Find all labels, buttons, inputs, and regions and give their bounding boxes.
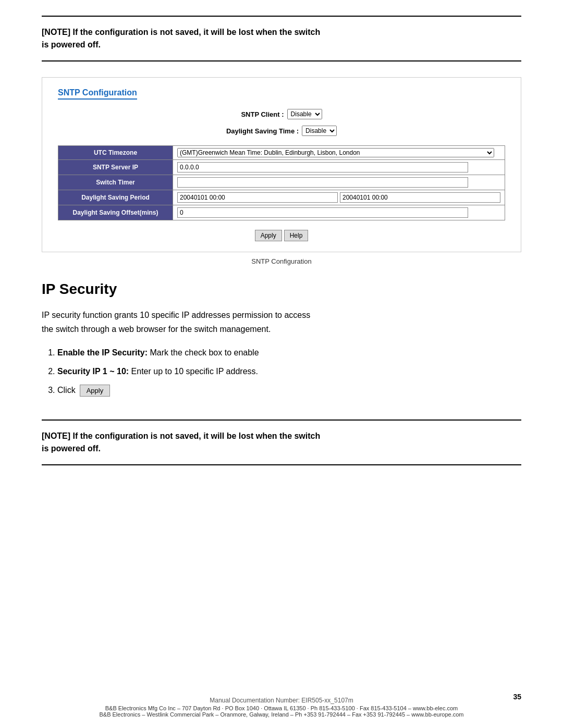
- list-item: Enable the IP Security: Mark the check b…: [57, 344, 521, 361]
- dst-row: Daylight Saving Time : Disable Enable: [226, 126, 337, 136]
- ip-security-body-line2: the switch through a web browser for the…: [42, 325, 271, 334]
- security-ip-label: Security IP 1 ~ 10:: [57, 367, 129, 376]
- switch-timer-input[interactable]: [177, 177, 468, 188]
- footer-line1: B&B Electronics Mfg Co Inc – 707 Dayton …: [0, 705, 563, 711]
- sntp-server-ip-label: SNTP Server IP: [58, 160, 173, 175]
- click-text: Click: [57, 382, 76, 399]
- daylight-saving-period-value: [173, 190, 505, 205]
- switch-timer-label: Switch Timer: [58, 175, 173, 190]
- utc-timezone-value: (GMT)Greenwich Mean Time: Dublin, Edinbu…: [173, 146, 505, 160]
- table-row: Switch Timer: [58, 175, 505, 190]
- ip-security-list: Enable the IP Security: Mark the check b…: [57, 344, 521, 399]
- sntp-server-ip-input[interactable]: [177, 162, 468, 172]
- enable-ip-security-label: Enable the IP Security:: [57, 348, 148, 357]
- sntp-caption: SNTP Configuration: [42, 257, 521, 265]
- top-note-line2: is powered off.: [42, 40, 101, 49]
- daylight-saving-period-label: Daylight Saving Period: [58, 190, 173, 205]
- sntp-title: SNTP Configuration: [58, 88, 137, 100]
- table-row: SNTP Server IP: [58, 160, 505, 175]
- security-ip-text: Enter up to 10 specific IP address.: [129, 367, 258, 376]
- daylight-saving-offset-label: Daylight Saving Offset(mins): [58, 205, 173, 220]
- sntp-client-row: SNTP Client : Disable Enable: [241, 109, 322, 119]
- bottom-note-line1: [NOTE] If the configuration is not saved…: [42, 431, 320, 440]
- ip-security-title: IP Security: [42, 281, 521, 298]
- dst-period-start-input[interactable]: [177, 192, 338, 203]
- sntp-client-select[interactable]: Disable Enable: [287, 109, 322, 119]
- footer-doc-number: Manual Documentation Number: EIR505-xx_5…: [0, 697, 563, 704]
- sntp-server-ip-value: [173, 160, 505, 175]
- dst-offset-input[interactable]: [177, 207, 468, 218]
- ip-security-body-line1: IP security function grants 10 specific …: [42, 311, 310, 319]
- top-note-line1: [NOTE] If the configuration is not saved…: [42, 28, 320, 36]
- bottom-note: [NOTE] If the configuration is not saved…: [42, 419, 521, 465]
- sntp-client-label: SNTP Client :: [241, 110, 284, 118]
- dst-select[interactable]: Disable Enable: [302, 126, 337, 136]
- sntp-button-row: Apply Help: [255, 230, 309, 241]
- list-item: Click Apply: [57, 382, 521, 399]
- list-item: Security IP 1 ~ 10: Enter up to 10 speci…: [57, 363, 521, 380]
- sntp-form: SNTP Client : Disable Enable Daylight Sa…: [58, 109, 505, 241]
- sntp-apply-button[interactable]: Apply: [255, 230, 282, 241]
- sntp-panel: SNTP Configuration SNTP Client : Disable…: [42, 77, 521, 252]
- utc-timezone-select[interactable]: (GMT)Greenwich Mean Time: Dublin, Edinbu…: [177, 148, 494, 157]
- ip-security-section: IP Security IP security function grants …: [42, 281, 521, 399]
- page-footer: Manual Documentation Number: EIR505-xx_5…: [0, 697, 563, 718]
- table-row: Daylight Saving Offset(mins): [58, 205, 505, 220]
- enable-ip-security-text: Mark the check box to enable: [148, 348, 259, 357]
- dst-label: Daylight Saving Time :: [226, 127, 299, 135]
- table-row: Daylight Saving Period: [58, 190, 505, 205]
- switch-timer-value: [173, 175, 505, 190]
- daylight-saving-offset-value: [173, 205, 505, 220]
- top-note: [NOTE] If the configuration is not saved…: [42, 16, 521, 61]
- sntp-table: UTC Timezone (GMT)Greenwich Mean Time: D…: [58, 145, 505, 220]
- sntp-help-button[interactable]: Help: [284, 230, 309, 241]
- ip-security-apply-button[interactable]: Apply: [80, 385, 111, 397]
- bottom-note-line2: is powered off.: [42, 444, 101, 453]
- footer-line2: B&B Electronics – Westlink Commercial Pa…: [0, 711, 563, 718]
- page-number: 35: [513, 693, 521, 701]
- dst-period-end-input[interactable]: [340, 192, 500, 203]
- table-row: UTC Timezone (GMT)Greenwich Mean Time: D…: [58, 146, 505, 160]
- utc-timezone-label: UTC Timezone: [58, 146, 173, 160]
- ip-security-body: IP security function grants 10 specific …: [42, 308, 521, 336]
